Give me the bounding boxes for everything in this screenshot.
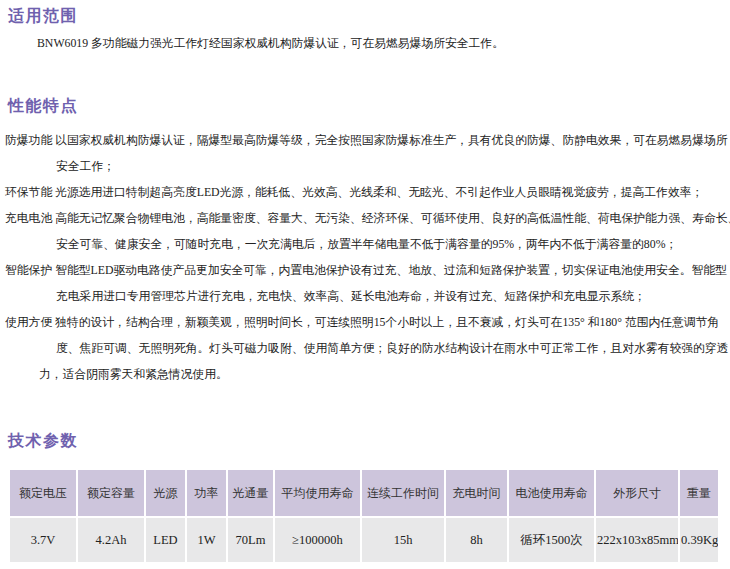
spec-table: 额定电压 额定容量 光源 功率 光通量 平均使用寿命 连续工作时间 充电时间 电… — [8, 468, 720, 564]
section-title-specs: 技术参数 — [8, 431, 78, 452]
spec-header-cell: 功率 — [187, 470, 226, 516]
spec-value-cell: 3.7V — [10, 518, 76, 562]
spec-table-value-row: 3.7V 4.2Ah LED 1W 70Lm ≥100000h 15h 8h 循… — [10, 518, 718, 562]
feature-line: 安全工作； — [0, 153, 730, 179]
spec-header-cell: 重量 — [680, 470, 718, 516]
feature-line: 使用方便 独特的设计，结构合理，新颖美观，照明时间长，可连续照明15个小时以上，… — [0, 309, 730, 335]
spec-header-cell: 连续工作时间 — [362, 470, 444, 516]
spec-header-cell: 充电时间 — [446, 470, 507, 516]
feature-line: 智能保护 智能型LED驱动电路使产品更加安全可靠，内置电池保护设有过充、地放、过… — [0, 257, 730, 283]
spec-value-cell: ≥100000h — [275, 518, 360, 562]
feature-line: 充电采用进口专用管理芯片进行充电，充电快、效率高、延长电池寿命，并设有过充、短路… — [0, 283, 730, 309]
feature-line: 充电电池 高能无记忆聚合物锂电池，高能量密度、容量大、无污染、经济环保、可循环使… — [0, 205, 730, 231]
feature-line: 安全可靠、健康安全，可随时充电，一次充满电后，放置半年储电量不低于满容量的95%… — [0, 231, 730, 257]
spec-table-header-row: 额定电压 额定容量 光源 功率 光通量 平均使用寿命 连续工作时间 充电时间 电… — [10, 470, 718, 516]
spec-value-cell: 70Lm — [228, 518, 273, 562]
features-paragraphs: 防爆功能 以国家权威机构防爆认证，隔爆型最高防爆等级，完全按照国家防爆标准生产，… — [0, 127, 730, 387]
spec-header-cell: 光源 — [146, 470, 185, 516]
spec-value-cell: LED — [146, 518, 185, 562]
feature-line: 环保节能 光源选用进口特制超高亮度LED光源，能耗低、光效高、光线柔和、无眩光、… — [0, 179, 730, 205]
spec-header-cell: 外形尺寸 — [596, 470, 678, 516]
feature-line: 防爆功能 以国家权威机构防爆认证，隔爆型最高防爆等级，完全按照国家防爆标准生产，… — [0, 127, 730, 153]
spec-value-cell: 1W — [187, 518, 226, 562]
spec-header-cell: 额定电压 — [10, 470, 76, 516]
feature-line: 度、焦距可调、无照明死角。灯头可磁力吸附、使用简单方便；良好的防水结构设计在雨水… — [0, 335, 730, 361]
spec-value-cell: 0.39Kg — [680, 518, 718, 562]
spec-header-cell: 电池使用寿命 — [509, 470, 594, 516]
product-spec-page: 适用范围 BNW6019 多功能磁力强光工作灯经国家权威机构防爆认证，可在易燃易… — [0, 0, 730, 569]
spec-value-cell: 循环1500次 — [509, 518, 594, 562]
spec-header-cell: 额定容量 — [78, 470, 144, 516]
spec-header-cell: 光通量 — [228, 470, 273, 516]
section-title-scope: 适用范围 — [8, 6, 78, 27]
feature-line: 力，适合阴雨雾天和紧急情况使用。 — [0, 361, 730, 387]
spec-value-cell: 4.2Ah — [78, 518, 144, 562]
spec-header-cell: 平均使用寿命 — [275, 470, 360, 516]
spec-value-cell: 15h — [362, 518, 444, 562]
section-title-features: 性能特点 — [8, 96, 78, 117]
spec-value-cell: 8h — [446, 518, 507, 562]
scope-paragraph: BNW6019 多功能磁力强光工作灯经国家权威机构防爆认证，可在易燃易爆场所安全… — [37, 36, 504, 52]
spec-value-cell: 222x103x85mm — [596, 518, 678, 562]
